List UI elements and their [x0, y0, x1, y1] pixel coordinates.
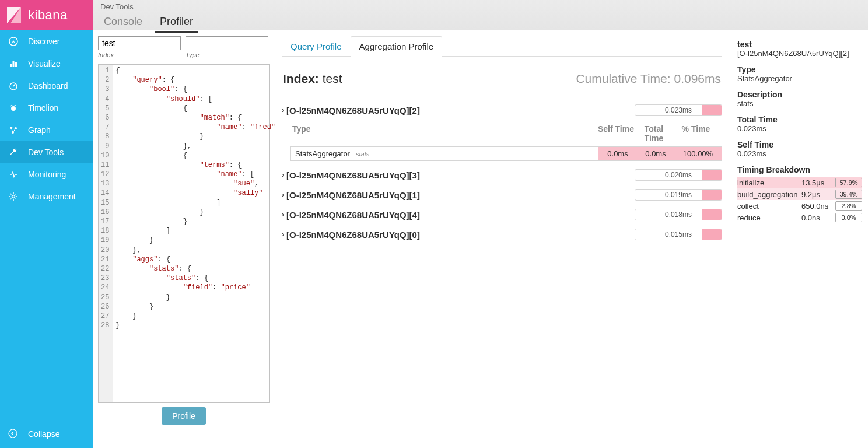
type-input-group: Type	[186, 36, 268, 58]
index-label: Index:	[283, 72, 319, 85]
breakdown-pct: 0.0%	[835, 213, 862, 222]
chevron-right-icon[interactable]: ›	[282, 171, 284, 179]
profile-button[interactable]: Profile	[162, 407, 206, 425]
timing-breakdown-list: initialize 13.5µs 57.9% build_aggregatio…	[737, 177, 862, 223]
detail-desc-label: Description	[737, 90, 862, 99]
breakdown-name: build_aggregation	[737, 190, 802, 199]
content: Index Type 1 2 3 4 5 6 7 8 9 10 11 12 13…	[93, 30, 868, 448]
sidebar-item-label: Monitoring	[28, 170, 66, 179]
col-total-header: Total Time	[636, 124, 672, 143]
breakdown-pct: 57.9%	[835, 178, 862, 187]
breakdown-time: 9.2µs	[802, 190, 835, 199]
shard-name[interactable]: [O-l25nM4QN6Z68UA5rUYqQ][3]	[286, 170, 635, 180]
breakdown-time: 650.0ns	[802, 202, 835, 211]
chevron-right-icon[interactable]: ›	[282, 211, 284, 219]
divider	[282, 258, 722, 258]
editor-code[interactable]: { "query": { "bool": { "should": [ { "ma…	[113, 65, 278, 402]
cumulative-time-value: 0.096ms	[674, 72, 721, 85]
svg-rect-1	[10, 64, 12, 67]
shard-name[interactable]: [O-l25nM4QN6Z68UA5rUYqQ][2]	[286, 106, 635, 116]
toolbar: Dev Tools Console Profiler	[93, 0, 868, 30]
collapse-label: Collapse	[28, 429, 60, 439]
svg-point-9	[12, 195, 15, 198]
chevron-right-icon[interactable]: ›	[282, 230, 284, 239]
index-label: Index	[98, 51, 181, 58]
sidebar-item-label: Discover	[28, 37, 60, 46]
col-type-header: Type	[292, 124, 596, 143]
gear-icon	[8, 191, 19, 202]
breakdown-pct: 2.8%	[835, 201, 862, 211]
breakdown-row: collect 650.0ns 2.8%	[737, 200, 862, 212]
sidebar-item-label: Timelion	[28, 103, 58, 113]
sidebar-item-devtools[interactable]: Dev Tools	[0, 141, 93, 163]
query-editor[interactable]: 1 2 3 4 5 6 7 8 9 10 11 12 13 14 15 16 1…	[98, 64, 270, 402]
detail-desc-value: stats	[737, 99, 862, 108]
index-value: test	[323, 72, 342, 85]
shard-name[interactable]: [O-l25nM4QN6Z68UA5rUYqQ][1]	[286, 190, 635, 200]
sidebar-item-visualize[interactable]: Visualize	[0, 52, 93, 75]
sidebar-item-dashboard[interactable]: Dashboard	[0, 75, 93, 97]
breakdown-pct: 39.4%	[835, 190, 862, 199]
sidebar-item-timelion[interactable]: Timelion	[0, 97, 93, 119]
barchart-icon	[8, 58, 19, 69]
col-pct-header: % Time	[672, 124, 720, 143]
tab-query-profile[interactable]: Query Profile	[282, 36, 351, 57]
table-row[interactable]: StatsAggregatorstats 0.0ms 0.0ms 100.00%	[290, 146, 722, 161]
sidebar-item-management[interactable]: Management	[0, 186, 93, 208]
breakdown-name: initialize	[737, 178, 802, 187]
svg-point-10	[9, 429, 17, 438]
sidebar-item-label: Graph	[28, 125, 51, 135]
index-input[interactable]	[98, 36, 181, 50]
sidebar-item-label: Management	[28, 192, 76, 201]
page-title: Dev Tools	[93, 2, 868, 13]
graph-icon	[8, 125, 19, 135]
logo[interactable]: kibana	[0, 0, 93, 30]
chevron-left-icon	[8, 429, 19, 439]
shards-list: › [O-l25nM4QN6Z68UA5rUYqQ][2] 0.023ms Ty…	[282, 96, 722, 245]
index-input-group: Index	[98, 36, 181, 58]
detail-total-value: 0.023ms	[737, 124, 862, 133]
profile-tabs: Query Profile Aggregation Profile	[282, 36, 722, 57]
sidebar-item-monitoring[interactable]: Monitoring	[0, 163, 93, 186]
left-column: Index Type 1 2 3 4 5 6 7 8 9 10 11 12 13…	[93, 30, 272, 448]
breakdown-time: 13.5µs	[802, 178, 835, 187]
detail-name: test	[737, 40, 862, 49]
collapse-button[interactable]: Collapse	[0, 420, 93, 448]
center-column: Query Profile Aggregation Profile Index:…	[272, 30, 732, 448]
shard-time-bar: 0.020ms	[635, 169, 722, 181]
col-self-header: Self Time	[596, 124, 636, 143]
breakdown-row: build_aggregation 9.2µs 39.4%	[737, 188, 862, 200]
breakdown-name: collect	[737, 202, 802, 211]
chevron-right-icon[interactable]: ›	[282, 106, 284, 114]
sidebar-item-graph[interactable]: Graph	[0, 119, 93, 141]
timelion-icon	[8, 103, 19, 113]
chevron-right-icon[interactable]: ›	[282, 191, 284, 199]
svg-point-5	[11, 106, 16, 111]
shard-time-bar: 0.023ms	[635, 104, 722, 116]
detail-self-value: 0.023ms	[737, 149, 862, 158]
shard-row[interactable]: › [O-l25nM4QN6Z68UA5rUYqQ][0] 0.015ms	[282, 229, 722, 240]
detail-total-label: Total Time	[737, 115, 862, 124]
breakdown-name: reduce	[737, 214, 802, 222]
detail-id: [O-l25nM4QN6Z68UA5rUYqQ][2]	[737, 49, 862, 58]
shard-time-bar: 0.015ms	[635, 229, 722, 240]
editor-gutter: 1 2 3 4 5 6 7 8 9 10 11 12 13 14 15 16 1…	[99, 65, 113, 402]
sidebar-item-label: Dashboard	[28, 81, 68, 90]
sidebar-item-discover[interactable]: Discover	[0, 30, 93, 52]
tab-aggregation-profile[interactable]: Aggregation Profile	[351, 36, 443, 57]
shard-name[interactable]: [O-l25nM4QN6Z68UA5rUYqQ][0]	[286, 230, 635, 240]
shard-row[interactable]: › [O-l25nM4QN6Z68UA5rUYqQ][4] 0.018ms	[282, 209, 722, 220]
dashboard-icon	[8, 80, 19, 91]
shard-row[interactable]: › [O-l25nM4QN6Z68UA5rUYqQ][1] 0.019ms	[282, 189, 722, 201]
timing-breakdown-label: Timing Breakdown	[737, 165, 862, 174]
sidebar-item-label: Visualize	[28, 59, 61, 68]
shard-row[interactable]: › [O-l25nM4QN6Z68UA5rUYqQ][3] 0.020ms	[282, 169, 722, 181]
type-input[interactable]	[186, 36, 268, 50]
detail-type-label: Type	[737, 65, 862, 74]
svg-rect-2	[13, 61, 15, 67]
breakdown-row: initialize 13.5µs 57.9%	[737, 177, 862, 188]
shard-row[interactable]: › [O-l25nM4QN6Z68UA5rUYqQ][2] 0.023ms	[282, 104, 722, 116]
type-label: Type	[186, 51, 268, 58]
shard-name[interactable]: [O-l25nM4QN6Z68UA5rUYqQ][4]	[286, 210, 635, 220]
sidebar-item-label: Dev Tools	[28, 148, 64, 157]
